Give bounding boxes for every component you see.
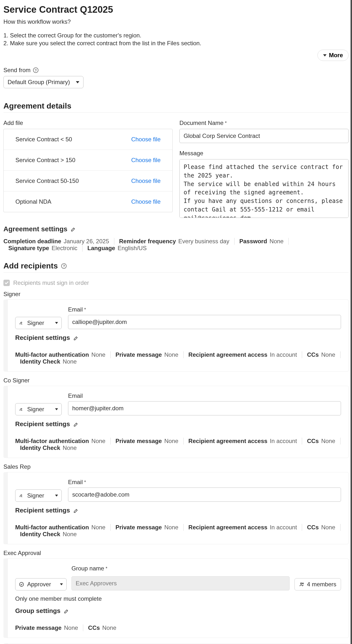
chevron-down-icon (55, 408, 58, 410)
recipient-settings-values: Multi-factor authenticationNone Private … (15, 351, 341, 365)
members-icon (299, 582, 304, 587)
email-input[interactable] (68, 315, 341, 329)
role-select[interactable]: Signer (15, 317, 62, 329)
setting-val: None (164, 351, 178, 358)
group-name-input[interactable] (72, 576, 290, 590)
setting-val: In account (270, 438, 297, 444)
edit-icon[interactable] (73, 508, 79, 513)
setting-key: Identity Check (20, 358, 60, 365)
role-select[interactable]: Approver (15, 578, 67, 590)
help-icon[interactable]: ? (33, 68, 39, 73)
exec-approval-card: Approver Group name * 4 members Only one… (4, 558, 348, 638)
role-select[interactable]: Signer (15, 490, 62, 502)
setting-key: Language (87, 245, 115, 252)
setting-val: None (321, 524, 335, 531)
file-name: Service Contract > 150 (16, 157, 75, 164)
setting-val: None (91, 351, 105, 358)
role-select[interactable]: Signer (15, 403, 62, 416)
setting-val: Every business day (179, 238, 229, 245)
setting-key: Recipient agreement access (189, 438, 268, 444)
chevron-down-icon (55, 494, 58, 496)
svg-point-2 (302, 583, 303, 584)
setting-key: Multi-factor authentication (15, 524, 89, 531)
file-table: Service Contract < 50 Choose file Servic… (4, 129, 172, 212)
edit-icon[interactable] (73, 335, 79, 340)
chevron-down-icon (55, 322, 58, 324)
section-divider (4, 112, 348, 113)
setting-key: CCs (88, 624, 100, 631)
recipient-label: Signer (4, 291, 348, 298)
setting-key: Private message (115, 438, 162, 444)
choose-file-link[interactable]: Choose file (131, 178, 160, 184)
members-label: 4 members (307, 581, 336, 588)
setting-key: Identity Check (20, 531, 60, 538)
email-label: Email (68, 479, 83, 486)
setting-val: None (63, 531, 77, 538)
recipient-card: Signer Email * Recipient settings Multi-… (4, 472, 348, 544)
help-icon[interactable]: ? (61, 263, 67, 269)
setting-val: English/US (117, 245, 147, 252)
email-label: Email (68, 306, 83, 313)
file-name: Optional NDA (16, 198, 51, 205)
required-star-icon: * (84, 480, 86, 485)
page-title: Service Contract Q12025 (4, 4, 348, 15)
group-settings-heading: Group settings (15, 607, 61, 615)
file-row: Optional NDA Choose file (4, 192, 172, 212)
svg-point-1 (300, 583, 302, 584)
email-input[interactable] (68, 401, 341, 416)
recipient-card: Signer Email * Recipient settings Multi-… (4, 300, 348, 372)
file-row: Service Contract > 150 Choose file (4, 150, 172, 171)
agreement-settings-values: Completion deadlineJanuary 26, 2025 Remi… (4, 238, 348, 252)
setting-key: Recipient agreement access (189, 524, 268, 531)
setting-val: Electronic (52, 245, 77, 252)
group-name-label: Group name (72, 565, 104, 572)
file-row: Service Contract 50-150 Choose file (4, 171, 172, 192)
setting-key: Completion deadline (4, 238, 61, 245)
message-textarea[interactable] (180, 159, 348, 218)
recipient-settings-heading: Recipient settings (15, 420, 70, 428)
more-button[interactable]: More (317, 50, 348, 61)
setting-val: None (321, 351, 335, 358)
setting-val: None (164, 524, 178, 531)
recipient-settings-heading: Recipient settings (15, 506, 70, 514)
edit-icon[interactable] (73, 422, 79, 427)
doc-name-input[interactable] (180, 129, 348, 143)
required-star-icon: * (84, 307, 86, 312)
choose-file-link[interactable]: Choose file (131, 157, 160, 164)
add-recipients-heading: Add recipients (4, 261, 58, 270)
setting-val: None (321, 438, 335, 444)
file-name: Service Contract 50-150 (16, 178, 79, 184)
edit-icon[interactable] (71, 226, 76, 232)
signer-icon (19, 493, 24, 498)
add-file-label: Add file (4, 120, 172, 126)
sign-in-order-checkbox[interactable] (4, 280, 10, 286)
role-value: Signer (27, 492, 44, 499)
choose-file-link[interactable]: Choose file (131, 136, 160, 143)
exec-approval-label: Exec Approval (4, 550, 348, 556)
intro-item-1: 1. Select the correct Group for the cust… (4, 32, 348, 39)
send-from-value: Default Group (Primary) (8, 79, 70, 86)
decorative-shadow (350, 0, 352, 644)
setting-key: Multi-factor authentication (15, 438, 89, 444)
email-input[interactable] (68, 488, 341, 502)
setting-key: CCs (307, 351, 319, 358)
recipient-settings-values: Multi-factor authenticationNone Private … (15, 524, 341, 538)
group-settings-values: Private messageNone CCsNone (15, 624, 341, 631)
setting-val: None (269, 238, 283, 245)
choose-file-link[interactable]: Choose file (131, 198, 160, 205)
intro-item-2: 2. Make sure you select the correct cont… (4, 40, 348, 47)
setting-val: In account (270, 351, 297, 358)
edit-icon[interactable] (64, 608, 69, 614)
role-value: Signer (27, 320, 44, 326)
members-button[interactable]: 4 members (294, 578, 341, 590)
check-icon (5, 280, 9, 284)
required-star-icon: * (225, 120, 227, 126)
approver-icon (19, 582, 24, 587)
send-from-label: Send from (4, 67, 31, 74)
send-from-select[interactable]: Default Group (Primary) (4, 76, 83, 88)
agreement-details-heading: Agreement details (4, 102, 348, 110)
setting-val: None (91, 524, 105, 531)
sign-in-order-label: Recipients must sign in order (13, 280, 89, 286)
recipient-settings-values: Multi-factor authenticationNone Private … (15, 438, 341, 451)
setting-key: Private message (115, 524, 162, 531)
